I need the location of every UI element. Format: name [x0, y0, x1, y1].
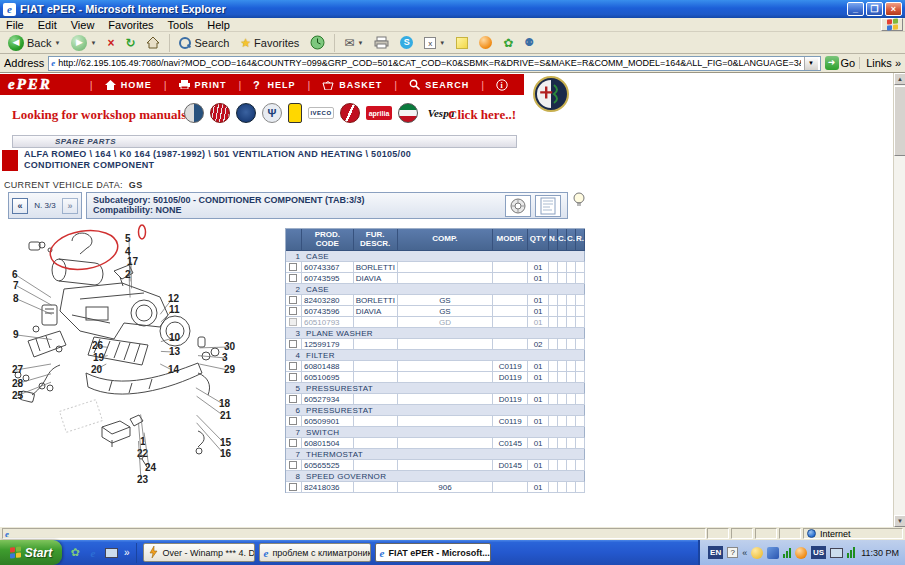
eper-nav-info[interactable]: i — [496, 79, 508, 91]
table-row[interactable]: 60565525D014501 — [286, 460, 585, 471]
brand-logo-iveco[interactable]: IVECO — [308, 107, 334, 119]
eper-nav-help[interactable]: ?HELP — [253, 79, 295, 90]
brand-logo-ducati[interactable] — [340, 103, 360, 123]
menu-help[interactable]: Help — [207, 19, 230, 31]
next-tab-button[interactable]: » — [62, 198, 78, 214]
brand-logo-alfa-romeo[interactable] — [184, 103, 204, 123]
table-row[interactable]: 60510695D011901 — [286, 372, 585, 383]
row-checkbox[interactable] — [289, 340, 297, 348]
checkbox-cell[interactable] — [286, 317, 302, 328]
home-button[interactable] — [142, 33, 164, 53]
diagram-callout-24[interactable]: 24 — [145, 462, 157, 473]
row-checkbox[interactable] — [289, 439, 297, 447]
task-button-1[interactable]: Over - Winamp *** 4. D... — [143, 543, 255, 562]
row-checkbox[interactable] — [289, 318, 297, 326]
prod-code-cell[interactable]: 60510695 — [302, 372, 354, 383]
quick-launch-desktop-icon[interactable] — [104, 546, 118, 560]
diagram-callout-12[interactable]: 12 — [168, 293, 180, 304]
checkbox-cell[interactable] — [286, 482, 302, 493]
help-tray-icon[interactable]: ? — [727, 547, 738, 558]
checkbox-cell[interactable] — [286, 273, 302, 284]
diagram-callout-21[interactable]: 21 — [220, 410, 232, 421]
address-dropdown-icon[interactable]: ▼ — [804, 57, 818, 70]
checkbox-cell[interactable] — [286, 339, 302, 350]
diagram-callout-7[interactable]: 7 — [13, 280, 19, 291]
diagram-callout-19[interactable]: 19 — [93, 352, 105, 363]
scroll-up-icon[interactable]: ▲ — [894, 73, 905, 85]
minimize-button[interactable]: _ — [847, 2, 864, 16]
eper-nav-print[interactable]: PRINT — [179, 80, 227, 90]
prod-code-cell[interactable]: 82403280 — [302, 295, 354, 306]
language-us-badge[interactable]: US — [811, 546, 826, 559]
checkbox-cell[interactable] — [286, 372, 302, 383]
wireless-signal-icon[interactable] — [783, 547, 791, 558]
table-row[interactable]: 60510793GD01 — [286, 317, 585, 328]
forward-dropdown-icon[interactable]: ▼ — [90, 40, 96, 46]
table-row[interactable]: 8241803690601 — [286, 482, 585, 493]
table-row[interactable]: 60801488C011901 — [286, 361, 585, 372]
diagram-callout-3[interactable]: 3 — [222, 352, 228, 363]
menu-file[interactable]: File — [6, 19, 24, 31]
diagram-callout-27[interactable]: 27 — [12, 364, 24, 375]
icq-button[interactable]: ✿ — [499, 33, 517, 53]
sheet-view-button[interactable] — [535, 195, 561, 217]
table-row[interactable]: 60527934D011901 — [286, 394, 585, 405]
quick-launch-ie-icon[interactable]: e — [86, 546, 100, 560]
messenger-button[interactable]: ⚉ — [520, 33, 538, 53]
brand-logo-maserati[interactable]: Ψ — [262, 103, 282, 123]
display-tray-icon[interactable] — [830, 548, 843, 558]
prod-code-cell[interactable]: 60509901 — [302, 416, 354, 427]
print-button[interactable] — [370, 33, 393, 53]
prod-code-cell[interactable]: 60510793 — [302, 317, 354, 328]
notes-button[interactable] — [452, 33, 472, 53]
parts-exploded-diagram[interactable]: 5417212116789261920272825101314303291821… — [2, 223, 285, 527]
close-button[interactable]: × — [885, 2, 902, 16]
click-here-link[interactable]: Click here..! — [448, 107, 516, 123]
row-checkbox[interactable] — [289, 395, 297, 403]
breadcrumb-line2[interactable]: CONDITIONER COMPONENT — [24, 160, 411, 171]
prod-code-cell[interactable]: 60743367 — [302, 262, 354, 273]
address-input[interactable]: e http://62.195.105.49:7080/navi?MOD_COD… — [48, 56, 820, 71]
messenger-tray-icon[interactable] — [751, 547, 763, 559]
prod-code-cell[interactable]: 82418036 — [302, 482, 354, 493]
qip-button[interactable] — [475, 33, 496, 53]
checkbox-cell[interactable] — [286, 295, 302, 306]
diagram-callout-10[interactable]: 10 — [169, 332, 181, 343]
hint-bulb-icon[interactable] — [572, 192, 586, 210]
edit-button[interactable]: x ▼ — [420, 33, 449, 53]
diagram-callout-9[interactable]: 9 — [13, 329, 19, 340]
quick-launch-overflow-chevron[interactable]: » — [124, 547, 130, 558]
brand-logo-fiat[interactable] — [210, 103, 230, 123]
diagram-callout-18[interactable]: 18 — [219, 398, 231, 409]
prod-code-cell[interactable]: 60565525 — [302, 460, 354, 471]
checkbox-cell[interactable] — [286, 306, 302, 317]
table-row[interactable]: 82403280BORLETTIGS01 — [286, 295, 585, 306]
history-button[interactable] — [306, 33, 329, 53]
checkbox-cell[interactable] — [286, 361, 302, 372]
mail-button[interactable]: ✉ ▼ — [340, 33, 367, 53]
vertical-scrollbar[interactable]: ▲ ▼ — [893, 73, 905, 527]
language-en-badge[interactable]: EN — [708, 546, 723, 559]
eper-nav-search[interactable]: SEARCH — [409, 79, 469, 90]
brand-logo-roundel[interactable] — [398, 103, 418, 123]
row-checkbox[interactable] — [289, 373, 297, 381]
diagram-callout-5[interactable]: 5 — [125, 233, 131, 244]
volume-tray-icon[interactable] — [767, 547, 779, 559]
checkbox-cell[interactable] — [286, 460, 302, 471]
prod-code-cell[interactable]: 60743595 — [302, 273, 354, 284]
brand-logo-lancia[interactable] — [236, 103, 256, 123]
go-button[interactable]: ➜ Go — [825, 56, 856, 70]
back-button[interactable]: ◀ Back ▼ — [4, 33, 64, 53]
diagram-callout-17[interactable]: 17 — [127, 256, 139, 267]
table-row[interactable]: 60509901C011901 — [286, 416, 585, 427]
row-checkbox[interactable] — [289, 362, 297, 370]
stop-button[interactable]: × — [103, 33, 118, 53]
prod-code-cell[interactable]: 60801504 — [302, 438, 354, 449]
table-row[interactable]: 1259917902 — [286, 339, 585, 350]
diagram-callout-23[interactable]: 23 — [137, 474, 149, 485]
forward-button[interactable]: ▶ ▼ — [67, 33, 100, 53]
diagram-callout-11[interactable]: 11 — [169, 304, 180, 315]
table-row[interactable]: 60743595DIAVIA01 — [286, 273, 585, 284]
breadcrumb[interactable]: ALFA ROMEO \ 164 \ K0 164 (1987-1992) \ … — [24, 149, 411, 171]
edit-dropdown-icon[interactable]: ▼ — [439, 40, 445, 46]
